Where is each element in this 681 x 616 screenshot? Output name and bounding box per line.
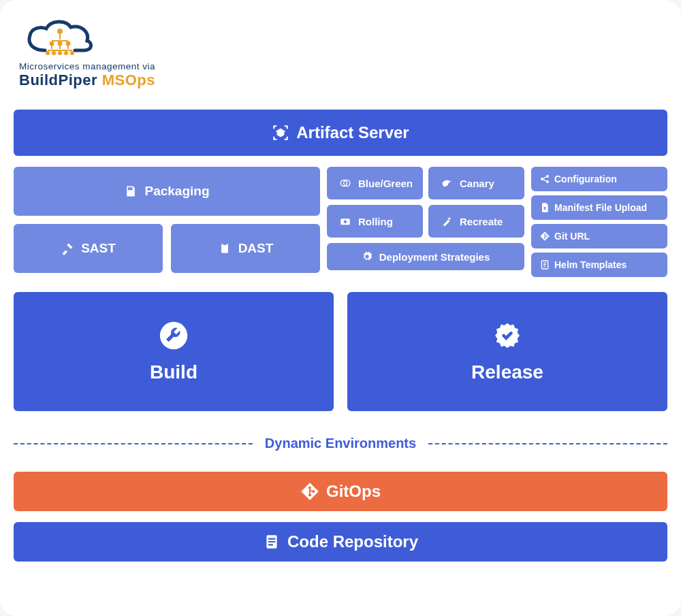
svg-rect-17 <box>223 243 226 245</box>
helm-templates-label: Helm Templates <box>554 259 627 270</box>
save-icon <box>124 184 138 198</box>
build-card: Build <box>14 292 334 411</box>
dast-label: DAST <box>238 241 274 256</box>
helm-templates-tile: Helm Templates <box>531 253 667 277</box>
release-label: Release <box>471 361 543 383</box>
clipboard-icon <box>218 242 232 255</box>
artifact-server-label: Artifact Server <box>296 123 409 142</box>
recreate-tile: Recreate <box>428 205 524 238</box>
configuration-label: Configuration <box>554 174 617 184</box>
code-repository-tile: Code Repository <box>14 522 667 562</box>
packaging-label: Packaging <box>144 184 209 199</box>
canary-tile: Canary <box>428 167 524 199</box>
recreate-label: Recreate <box>460 216 503 227</box>
manifest-upload-label: Manifest File Upload <box>554 202 647 213</box>
dast-tile: DAST <box>171 224 320 273</box>
svg-point-5 <box>66 42 71 46</box>
svg-point-13 <box>58 51 62 55</box>
svg-rect-16 <box>221 244 228 253</box>
blue-green-tile: Blue/Green <box>327 167 423 199</box>
svg-point-0 <box>57 29 63 34</box>
svg-point-32 <box>312 490 315 493</box>
svg-point-30 <box>308 487 311 489</box>
svg-point-31 <box>308 493 311 496</box>
manifest-upload-tile: Manifest File Upload <box>531 195 667 220</box>
artifact-server-tile: Artifact Server <box>14 110 667 156</box>
git-diamond-icon <box>539 231 550 242</box>
git-url-tile: Git URL <box>531 224 667 248</box>
scan-cube-icon <box>272 124 289 142</box>
camera-icon <box>339 215 351 227</box>
logo-title: BuildPiper MSOps <box>19 71 155 89</box>
wrench-circle-icon <box>159 321 189 351</box>
document-list-icon <box>539 259 550 270</box>
logo-tagline: Microservices management via <box>19 61 155 71</box>
gitops-label: GitOps <box>326 482 381 501</box>
gear-icon <box>362 251 373 262</box>
deployment-strategies-tile: Deployment Strategies <box>327 243 524 270</box>
cloud-tree-icon <box>19 16 101 60</box>
configuration-tile: Configuration <box>531 167 667 191</box>
divider-label: Dynamic Environments <box>253 436 428 451</box>
divider-line-right <box>428 443 667 444</box>
code-repository-label: Code Repository <box>287 532 418 551</box>
logo-block: Microservices management via BuildPiper … <box>19 16 667 89</box>
svg-point-15 <box>70 51 74 55</box>
tools-icon <box>61 242 74 255</box>
gitops-tile: GitOps <box>14 472 667 511</box>
dynamic-environments-divider: Dynamic Environments <box>14 436 667 451</box>
svg-point-14 <box>64 51 68 55</box>
logo-title-part2: MSOps <box>102 71 155 88</box>
file-upload-icon <box>539 202 550 213</box>
magic-icon <box>441 215 453 227</box>
git-icon <box>300 482 319 501</box>
rolling-label: Rolling <box>358 216 393 227</box>
logo-title-part1: BuildPiper <box>19 71 102 88</box>
document-icon <box>263 533 281 551</box>
git-url-label: Git URL <box>554 231 590 242</box>
share-icon <box>539 174 550 184</box>
rolling-tile: Rolling <box>327 205 423 238</box>
deployment-strategies-label: Deployment Strategies <box>379 251 490 263</box>
sast-label: SAST <box>81 241 116 256</box>
tiles-grid: Packaging SAST DAST <box>14 167 667 277</box>
svg-point-21 <box>344 221 347 224</box>
blue-green-label: Blue/Green <box>358 178 413 189</box>
svg-point-12 <box>52 51 56 55</box>
overlap-circles-icon <box>339 177 351 189</box>
release-card: Release <box>347 292 667 411</box>
build-label: Build <box>150 361 197 383</box>
bird-icon <box>441 177 453 189</box>
sast-tile: SAST <box>14 224 163 273</box>
packaging-tile: Packaging <box>14 167 320 216</box>
verified-badge-icon <box>492 321 522 351</box>
divider-line-left <box>14 443 253 444</box>
canary-label: Canary <box>460 178 494 189</box>
svg-point-3 <box>50 42 54 46</box>
svg-point-11 <box>46 51 50 55</box>
